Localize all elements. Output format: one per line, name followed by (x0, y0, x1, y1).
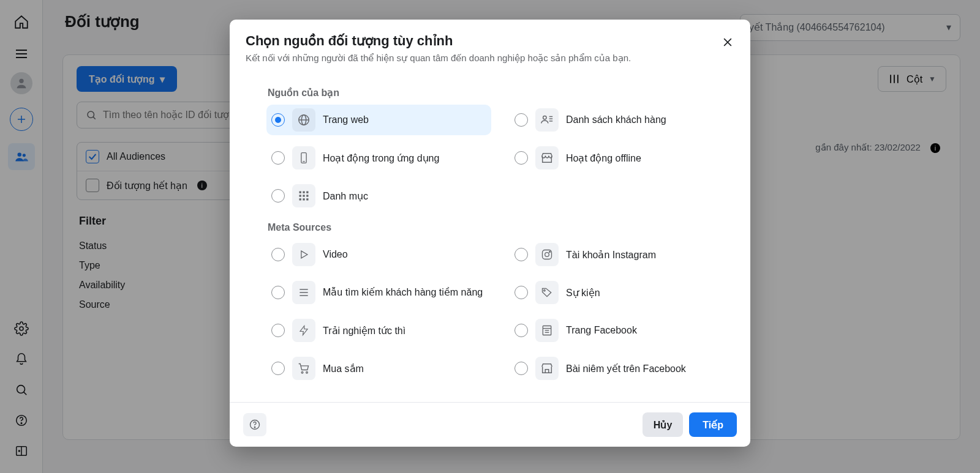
radio-icon (271, 324, 285, 337)
radio-icon (514, 324, 528, 337)
radio-icon (271, 286, 285, 299)
svg-rect-40 (306, 198, 308, 200)
svg-point-55 (306, 371, 308, 373)
source-option-website[interactable]: Trang web (266, 105, 491, 135)
instagram-icon (535, 243, 559, 266)
source-label: Video (323, 249, 348, 260)
source-option-video[interactable]: Video (266, 239, 491, 270)
form-icon (292, 281, 315, 304)
source-label: Mua sắm (323, 363, 364, 374)
mobile-icon (292, 146, 315, 169)
svg-marker-41 (301, 251, 307, 258)
source-option-fb-page[interactable]: Trang Facebook (510, 315, 734, 346)
close-icon (722, 36, 734, 48)
radio-icon (514, 113, 528, 127)
source-option-lead-form[interactable]: Mẫu tìm kiếm khách hàng tiềm năng (266, 277, 491, 308)
next-button[interactable]: Tiếp (689, 412, 737, 437)
svg-rect-34 (306, 192, 308, 193)
svg-marker-49 (300, 326, 307, 335)
radio-icon (514, 248, 528, 261)
tag-icon (535, 281, 559, 304)
svg-point-26 (543, 116, 547, 120)
svg-rect-36 (303, 195, 304, 196)
grid-icon (292, 184, 315, 207)
svg-rect-32 (300, 192, 301, 193)
svg-rect-37 (306, 195, 308, 196)
page-icon (535, 319, 559, 342)
source-label: Hoạt động trong ứng dụng (323, 152, 439, 164)
source-option-instagram[interactable]: Tài khoản Instagram (510, 239, 734, 270)
radio-icon (271, 248, 285, 261)
source-option-customer-list[interactable]: Danh sách khách hàng (510, 105, 734, 135)
dialog-help-button[interactable] (243, 413, 266, 436)
svg-point-54 (301, 371, 303, 373)
source-label: Danh mục (323, 190, 368, 202)
radio-icon (514, 151, 528, 165)
svg-point-44 (549, 251, 551, 253)
svg-rect-39 (303, 198, 304, 200)
section-meta-sources: Meta Sources (268, 222, 734, 233)
contacts-icon (535, 108, 559, 132)
radio-icon (271, 189, 285, 203)
radio-icon (514, 286, 528, 299)
help-icon (249, 419, 261, 431)
source-label: Mẫu tìm kiếm khách hàng tiềm năng (323, 286, 483, 299)
source-label: Sự kiện (566, 287, 600, 299)
source-option-instant-experience[interactable]: Trải nghiệm tức thì (266, 315, 491, 346)
svg-point-43 (545, 253, 549, 257)
source-option-fb-listings[interactable]: Bài niêm yết trên Facebook (510, 353, 734, 384)
source-label: Danh sách khách hàng (566, 114, 666, 125)
source-label: Tài khoản Instagram (566, 249, 656, 261)
source-label: Trang web (323, 114, 369, 125)
svg-rect-38 (300, 198, 301, 200)
source-option-app-activity[interactable]: Hoạt động trong ứng dụng (266, 143, 491, 173)
cancel-button[interactable]: Hủy (643, 412, 683, 437)
dialog-subtitle: Kết nối với những người đã thể hiện sự q… (246, 53, 734, 64)
cart-icon (292, 357, 315, 380)
svg-point-48 (544, 289, 546, 291)
source-option-events[interactable]: Sự kiện (510, 277, 734, 308)
storefront-icon (535, 357, 559, 380)
section-your-sources: Nguồn của bạn (268, 87, 734, 99)
source-label: Hoạt động offline (566, 152, 641, 164)
radio-icon (271, 362, 285, 375)
globe-icon (292, 108, 315, 132)
bolt-icon (292, 319, 315, 342)
source-option-shopping[interactable]: Mua sắm (266, 353, 491, 384)
source-option-offline[interactable]: Hoạt động offline (510, 143, 734, 173)
svg-rect-35 (300, 195, 301, 196)
source-option-catalog[interactable]: Danh mục (266, 181, 491, 211)
svg-rect-33 (303, 192, 304, 193)
source-label: Trải nghiệm tức thì (323, 325, 405, 337)
close-button[interactable] (718, 33, 737, 51)
custom-audience-source-dialog: Chọn nguồn đối tượng tùy chỉnh Kết nối v… (230, 20, 750, 447)
source-label: Trang Facebook (566, 325, 637, 336)
dialog-title: Chọn nguồn đối tượng tùy chỉnh (246, 33, 734, 49)
radio-icon (271, 113, 285, 127)
radio-icon (271, 151, 285, 165)
source-label: Bài niêm yết trên Facebook (566, 363, 686, 374)
radio-icon (514, 362, 528, 375)
play-icon (292, 243, 315, 266)
svg-point-57 (254, 426, 255, 428)
store-icon (535, 146, 559, 169)
